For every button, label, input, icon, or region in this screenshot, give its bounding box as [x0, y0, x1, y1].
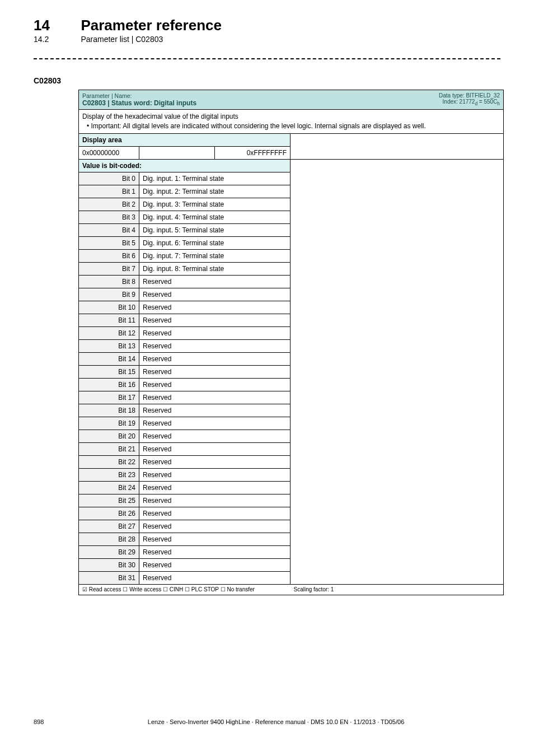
table-row: Bit 4Dig. input. 5: Terminal state — [79, 223, 504, 236]
bit-empty — [291, 533, 504, 545]
table-row: Bit 20Reserved — [79, 430, 504, 442]
bit-number: Bit 11 — [79, 314, 139, 326]
bit-empty — [291, 545, 504, 558]
bit-number: Bit 8 — [79, 275, 139, 288]
bit-value: Reserved — [139, 417, 291, 430]
bit-value: Reserved — [139, 468, 291, 481]
bit-number: Bit 1 — [79, 185, 139, 198]
bit-empty — [291, 558, 504, 571]
index-prefix: Index: 21772 — [443, 99, 475, 105]
bit-number: Bit 24 — [79, 481, 139, 494]
bit-value: Reserved — [139, 545, 291, 558]
display-low: 0x00000000 — [79, 146, 139, 159]
bit-value: Reserved — [139, 378, 291, 391]
bit-empty — [291, 249, 504, 262]
value-bit-coded-label: Value is bit-coded: — [79, 159, 291, 172]
table-row: Bit 24Reserved — [79, 481, 504, 494]
bit-empty — [291, 326, 504, 339]
bit-empty — [291, 481, 504, 494]
bit-value: Reserved — [139, 430, 291, 442]
bit-number: Bit 23 — [79, 468, 139, 481]
table-row: Bit 6Dig. input. 7: Terminal state — [79, 249, 504, 262]
table-row: Bit 0Dig. input. 1: Terminal state — [79, 172, 504, 185]
bit-number: Bit 9 — [79, 288, 139, 301]
bit-value: Reserved — [139, 326, 291, 339]
bit-number: Bit 6 — [79, 249, 139, 262]
table-row: Bit 5Dig. input. 6: Terminal state — [79, 236, 504, 249]
bit-empty — [291, 507, 504, 520]
code-label: C02803 — [34, 76, 500, 85]
scaling-factor: Scaling factor: 1 — [294, 586, 334, 592]
bit-number: Bit 14 — [79, 352, 139, 365]
bit-number: Bit 10 — [79, 301, 139, 314]
datatype-line2: Index: 21772d = 550Ch — [294, 99, 500, 106]
bit-number: Bit 3 — [79, 211, 139, 223]
page-number: 898 — [34, 718, 78, 725]
bit-empty — [291, 275, 504, 288]
bit-empty — [291, 455, 504, 468]
bit-number: Bit 17 — [79, 391, 139, 404]
bit-value: Reserved — [139, 288, 291, 301]
table-row: Bit 23Reserved — [79, 468, 504, 481]
page-header: 14 Parameter reference 14.2 Parameter li… — [34, 17, 500, 44]
bit-empty — [291, 391, 504, 404]
bit-value: Dig. input. 6: Terminal state — [139, 236, 291, 249]
bit-number: Bit 0 — [79, 172, 139, 185]
bit-value: Reserved — [139, 352, 291, 365]
table-row: Bit 22Reserved — [79, 455, 504, 468]
table-row: Bit 27Reserved — [79, 520, 504, 533]
bit-value: Reserved — [139, 275, 291, 288]
bit-number: Bit 25 — [79, 494, 139, 507]
table-row: Bit 18Reserved — [79, 404, 504, 417]
table-row: Bit 10Reserved — [79, 301, 504, 314]
parameter-table: Parameter | Name: C02803 | Status word: … — [78, 90, 504, 595]
bit-value: Dig. input. 2: Terminal state — [139, 185, 291, 198]
bit-empty — [291, 468, 504, 481]
bit-number: Bit 15 — [79, 365, 139, 378]
datatype-line1: Data type: BITFIELD_32 — [294, 92, 500, 99]
bit-value: Reserved — [139, 301, 291, 314]
bit-number: Bit 16 — [79, 378, 139, 391]
bit-value: Reserved — [139, 339, 291, 352]
bit-empty — [291, 520, 504, 533]
bit-empty — [291, 223, 504, 236]
bit-value: Reserved — [139, 455, 291, 468]
param-code-title: C02803 | Status word: Digital inputs — [82, 99, 287, 107]
table-row: Bit 2Dig. input. 3: Terminal state — [79, 198, 504, 211]
bit-value: Dig. input. 5: Terminal state — [139, 223, 291, 236]
bit-number: Bit 13 — [79, 339, 139, 352]
table-row: Bit 21Reserved — [79, 442, 504, 455]
bit-empty — [291, 211, 504, 223]
bit-number: Bit 5 — [79, 236, 139, 249]
bit-empty — [291, 494, 504, 507]
table-row: Bit 31Reserved — [79, 571, 504, 584]
bit-value: Reserved — [139, 520, 291, 533]
bit-value: Reserved — [139, 391, 291, 404]
table-row: Bit 9Reserved — [79, 288, 504, 301]
bit-value: Reserved — [139, 365, 291, 378]
bit-number: Bit 29 — [79, 545, 139, 558]
table-row: Bit 13Reserved — [79, 339, 504, 352]
table-row: Bit 11Reserved — [79, 314, 504, 326]
bit-empty — [291, 314, 504, 326]
display-high: 0xFFFFFFFF — [215, 146, 291, 159]
footer-text: Lenze · Servo-Inverter 9400 HighLine · R… — [80, 718, 472, 725]
bit-empty — [291, 262, 504, 275]
param-name-label: Parameter | Name: — [82, 92, 287, 99]
table-row: Bit 26Reserved — [79, 507, 504, 520]
bit-empty — [291, 430, 504, 442]
display-area-label: Display area — [79, 133, 291, 146]
index-mid: = 550C — [477, 99, 497, 105]
bit-empty — [291, 404, 504, 417]
bit-value: Reserved — [139, 558, 291, 571]
bit-number: Bit 27 — [79, 520, 139, 533]
bit-empty — [291, 185, 504, 198]
index-sub2: h — [497, 101, 500, 106]
bit-empty — [291, 571, 504, 584]
bit-number: Bit 28 — [79, 533, 139, 545]
bit-value: Reserved — [139, 442, 291, 455]
table-row: Bit 8Reserved — [79, 275, 504, 288]
bit-number: Bit 22 — [79, 455, 139, 468]
section-number: 14.2 — [34, 35, 78, 44]
chapter-number: 14 — [34, 17, 78, 34]
